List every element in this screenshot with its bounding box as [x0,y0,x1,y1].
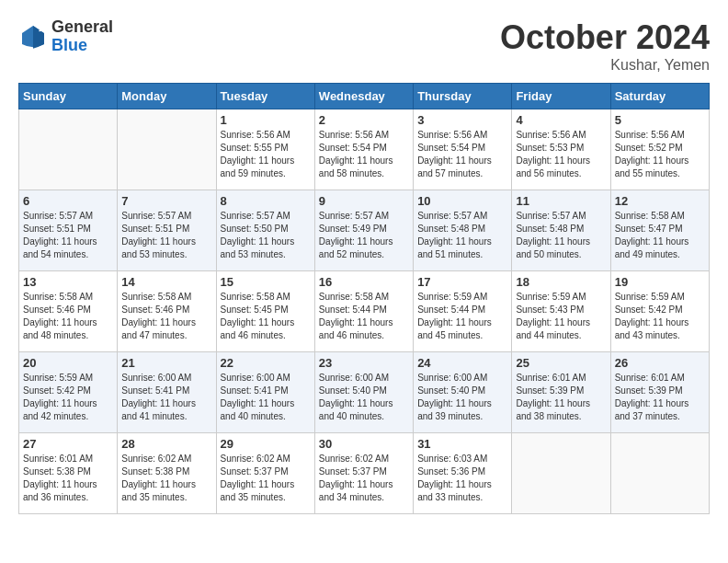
header-row: SundayMondayTuesdayWednesdayThursdayFrid… [19,84,710,109]
calendar-cell [610,433,709,514]
calendar-cell: 16Sunrise: 5:58 AMSunset: 5:44 PMDayligh… [314,271,413,352]
header-cell-wednesday: Wednesday [314,84,413,109]
day-info: Sunrise: 5:56 AMSunset: 5:55 PMDaylight:… [221,129,311,180]
calendar-cell: 23Sunrise: 6:00 AMSunset: 5:40 PMDayligh… [314,352,413,433]
header-cell-thursday: Thursday [414,84,512,109]
calendar-cell: 9Sunrise: 5:57 AMSunset: 5:49 PMDaylight… [314,190,413,271]
day-number: 29 [221,437,311,451]
day-info: Sunrise: 5:59 AMSunset: 5:42 PMDaylight:… [23,372,113,423]
calendar-cell: 8Sunrise: 5:57 AMSunset: 5:50 PMDaylight… [216,190,314,271]
day-info: Sunrise: 5:56 AMSunset: 5:53 PMDaylight:… [516,129,606,180]
day-info: Sunrise: 6:01 AMSunset: 5:39 PMDaylight:… [516,372,606,423]
day-info: Sunrise: 6:02 AMSunset: 5:38 PMDaylight:… [121,453,211,504]
calendar-cell: 15Sunrise: 5:58 AMSunset: 5:45 PMDayligh… [216,271,314,352]
day-number: 18 [516,275,606,289]
day-number: 3 [417,113,507,127]
calendar-week-1: 1Sunrise: 5:56 AMSunset: 5:55 PMDaylight… [19,109,710,190]
logo-blue: Blue [51,37,113,55]
day-info: Sunrise: 5:57 AMSunset: 5:51 PMDaylight:… [23,210,113,261]
day-number: 24 [417,356,507,370]
day-info: Sunrise: 6:00 AMSunset: 5:40 PMDaylight:… [417,372,507,423]
day-info: Sunrise: 6:03 AMSunset: 5:36 PMDaylight:… [417,453,507,504]
calendar-week-2: 6Sunrise: 5:57 AMSunset: 5:51 PMDaylight… [19,190,710,271]
day-info: Sunrise: 6:02 AMSunset: 5:37 PMDaylight:… [221,453,311,504]
logo-text: General Blue [51,18,113,55]
calendar-cell: 18Sunrise: 5:59 AMSunset: 5:43 PMDayligh… [512,271,610,352]
day-number: 21 [121,356,211,370]
calendar: SundayMondayTuesdayWednesdayThursdayFrid… [18,83,710,514]
day-info: Sunrise: 5:58 AMSunset: 5:46 PMDaylight:… [121,291,211,342]
calendar-week-4: 20Sunrise: 5:59 AMSunset: 5:42 PMDayligh… [19,352,710,433]
calendar-week-5: 27Sunrise: 6:01 AMSunset: 5:38 PMDayligh… [19,433,710,514]
day-info: Sunrise: 5:58 AMSunset: 5:44 PMDaylight:… [319,291,409,342]
logo-icon [18,22,48,52]
day-number: 9 [319,194,409,208]
calendar-cell: 4Sunrise: 5:56 AMSunset: 5:53 PMDaylight… [512,109,610,190]
day-number: 4 [516,113,606,127]
day-info: Sunrise: 5:57 AMSunset: 5:48 PMDaylight:… [516,210,606,261]
day-info: Sunrise: 5:56 AMSunset: 5:54 PMDaylight:… [417,129,507,180]
day-info: Sunrise: 6:02 AMSunset: 5:37 PMDaylight:… [319,453,409,504]
calendar-cell: 3Sunrise: 5:56 AMSunset: 5:54 PMDaylight… [414,109,512,190]
calendar-cell: 12Sunrise: 5:58 AMSunset: 5:47 PMDayligh… [610,190,709,271]
calendar-cell [118,109,216,190]
day-number: 5 [615,113,705,127]
calendar-cell: 30Sunrise: 6:02 AMSunset: 5:37 PMDayligh… [314,433,413,514]
day-number: 13 [23,275,113,289]
header-cell-sunday: Sunday [19,84,118,109]
calendar-header: SundayMondayTuesdayWednesdayThursdayFrid… [19,84,710,109]
day-number: 25 [516,356,606,370]
day-info: Sunrise: 5:57 AMSunset: 5:48 PMDaylight:… [417,210,507,261]
calendar-cell [19,109,118,190]
header-cell-monday: Monday [118,84,216,109]
calendar-cell: 7Sunrise: 5:57 AMSunset: 5:51 PMDaylight… [118,190,216,271]
calendar-cell: 17Sunrise: 5:59 AMSunset: 5:44 PMDayligh… [414,271,512,352]
title-area: October 2024 Kushar, Yemen [500,18,710,74]
logo-general: General [51,18,113,37]
day-number: 27 [23,437,113,451]
day-number: 16 [319,275,409,289]
calendar-cell: 22Sunrise: 6:00 AMSunset: 5:41 PMDayligh… [216,352,314,433]
calendar-cell: 11Sunrise: 5:57 AMSunset: 5:48 PMDayligh… [512,190,610,271]
day-number: 28 [121,437,211,451]
day-info: Sunrise: 5:59 AMSunset: 5:44 PMDaylight:… [417,291,507,342]
day-number: 23 [319,356,409,370]
calendar-cell: 1Sunrise: 5:56 AMSunset: 5:55 PMDaylight… [216,109,314,190]
calendar-cell: 14Sunrise: 5:58 AMSunset: 5:46 PMDayligh… [118,271,216,352]
header-cell-friday: Friday [512,84,610,109]
calendar-cell: 27Sunrise: 6:01 AMSunset: 5:38 PMDayligh… [19,433,118,514]
calendar-cell: 28Sunrise: 6:02 AMSunset: 5:38 PMDayligh… [118,433,216,514]
day-info: Sunrise: 6:01 AMSunset: 5:38 PMDaylight:… [23,453,113,504]
day-info: Sunrise: 5:58 AMSunset: 5:47 PMDaylight:… [615,210,705,261]
calendar-cell: 10Sunrise: 5:57 AMSunset: 5:48 PMDayligh… [414,190,512,271]
day-number: 20 [23,356,113,370]
day-number: 12 [615,194,705,208]
day-number: 6 [23,194,113,208]
header-cell-saturday: Saturday [610,84,709,109]
day-number: 7 [121,194,211,208]
calendar-cell: 31Sunrise: 6:03 AMSunset: 5:36 PMDayligh… [414,433,512,514]
day-info: Sunrise: 5:59 AMSunset: 5:43 PMDaylight:… [516,291,606,342]
day-number: 30 [319,437,409,451]
header: General Blue October 2024 Kushar, Yemen [18,18,710,74]
day-number: 17 [417,275,507,289]
month-title: October 2024 [500,18,710,57]
day-number: 14 [121,275,211,289]
logo: General Blue [18,18,113,55]
day-info: Sunrise: 6:00 AMSunset: 5:40 PMDaylight:… [319,372,409,423]
calendar-cell: 29Sunrise: 6:02 AMSunset: 5:37 PMDayligh… [216,433,314,514]
day-info: Sunrise: 5:56 AMSunset: 5:52 PMDaylight:… [615,129,705,180]
day-number: 26 [615,356,705,370]
calendar-cell: 6Sunrise: 5:57 AMSunset: 5:51 PMDaylight… [19,190,118,271]
calendar-cell: 19Sunrise: 5:59 AMSunset: 5:42 PMDayligh… [610,271,709,352]
calendar-cell: 21Sunrise: 6:00 AMSunset: 5:41 PMDayligh… [118,352,216,433]
day-number: 31 [417,437,507,451]
day-info: Sunrise: 5:58 AMSunset: 5:46 PMDaylight:… [23,291,113,342]
day-number: 2 [319,113,409,127]
calendar-cell: 24Sunrise: 6:00 AMSunset: 5:40 PMDayligh… [414,352,512,433]
header-cell-tuesday: Tuesday [216,84,314,109]
location: Kushar, Yemen [500,57,710,74]
calendar-week-3: 13Sunrise: 5:58 AMSunset: 5:46 PMDayligh… [19,271,710,352]
day-number: 15 [221,275,311,289]
day-number: 19 [615,275,705,289]
